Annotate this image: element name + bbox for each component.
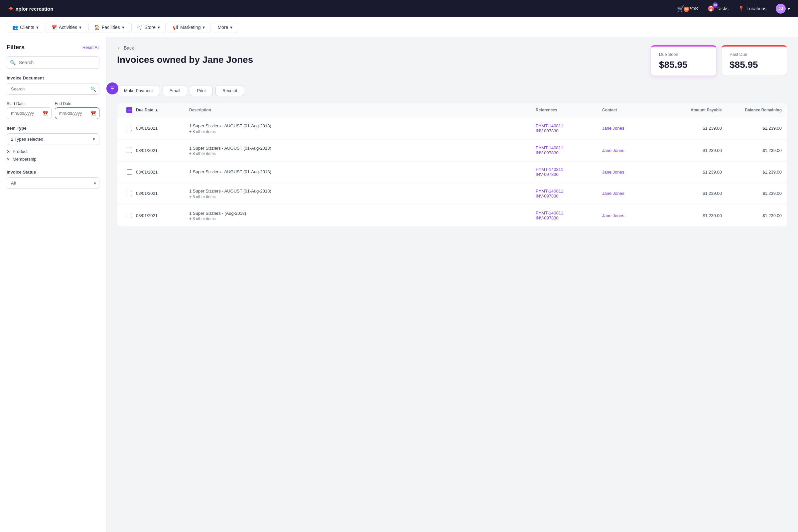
past-due-card: Past Due $85.95	[721, 45, 787, 76]
balance-remaining-header: Balance Remaining	[722, 108, 782, 112]
row4-ref2[interactable]: INV-097830	[536, 193, 602, 198]
pos-badge: 10	[684, 7, 689, 12]
row5-refs: PYMT-140811 INV-097830	[536, 210, 602, 221]
pos-nav-item[interactable]: 🛒 10 POS	[677, 5, 698, 12]
row4-checkbox-cell[interactable]	[123, 191, 136, 196]
top-navigation: ✦ xplor recreation 🛒 10 POS 🎯 10 Tasks 📍…	[0, 0, 798, 17]
more-label: More	[217, 25, 228, 30]
row4-desc: 1 Super Sizzlers - AUGUST (01-Aug-2018) …	[189, 188, 536, 199]
row3-checkbox[interactable]	[127, 169, 132, 174]
marketing-chevron: ▾	[203, 25, 205, 30]
past-due-amount: $85.95	[729, 59, 779, 70]
location-icon: 📍	[738, 6, 744, 12]
row3-checkbox-cell[interactable]	[123, 169, 136, 174]
row1-checkbox[interactable]	[127, 126, 132, 131]
filter-toggle-button[interactable]	[107, 82, 118, 94]
row1-refs: PYMT-140811 INV-097830	[536, 124, 602, 133]
row2-desc: 1 Super Sizzlers - AUGUST (01-Aug-2018) …	[189, 145, 536, 156]
locations-nav-item[interactable]: 📍 Locations	[738, 6, 766, 12]
row5-checkbox[interactable]	[127, 213, 132, 218]
end-date-input-wrap: 📅	[55, 108, 100, 119]
print-button[interactable]: Print	[190, 85, 213, 96]
select-all-cell[interactable]: −	[123, 107, 136, 113]
activities-label: Activities	[59, 25, 77, 30]
row1-contact[interactable]: Jane Jones	[602, 126, 669, 131]
sidebar-header: Filters Reset All	[7, 44, 99, 51]
row2-ref2[interactable]: INV-097830	[536, 150, 602, 155]
row1-ref2[interactable]: INV-097830	[536, 128, 602, 133]
sidebar-search-input[interactable]	[7, 56, 99, 69]
tasks-nav-item[interactable]: 🎯 10 Tasks	[707, 5, 728, 12]
facilities-nav[interactable]: 🏠 Facilities ▾	[89, 22, 130, 33]
row4-ref1[interactable]: PYMT-140811	[536, 189, 602, 193]
table-row: 03/01/2021 1 Super Sizzlers - AUGUST (01…	[117, 117, 787, 140]
row1-date: 03/01/2021	[136, 126, 189, 131]
product-chip-label: Product	[13, 149, 27, 154]
end-date-wrap: End Date 📅	[55, 101, 100, 119]
table-row: 03/01/2021 1 Super Sizzlers - AUGUST (01…	[117, 140, 787, 162]
row2-checkbox[interactable]	[127, 148, 132, 153]
clients-chevron: ▾	[36, 25, 39, 30]
description-header: Description	[189, 108, 536, 112]
start-date-calendar-icon: 📅	[42, 111, 48, 116]
tasks-icon: 🎯 10	[707, 5, 715, 12]
main-layout: Filters Reset All 🔍 Invoice Document 🔍 S…	[0, 37, 798, 532]
email-button[interactable]: Email	[163, 85, 188, 96]
table-row: 03/01/2021 1 Super Sizzlers - (Aug-2018)…	[117, 205, 787, 227]
more-nav[interactable]: More ▾	[212, 22, 238, 33]
product-remove-icon[interactable]: ✕	[7, 149, 10, 154]
date-row: Start Date 📅 End Date 📅	[7, 101, 99, 119]
facilities-label: Facilities	[102, 25, 120, 30]
row3-contact[interactable]: Jane Jones	[602, 170, 669, 174]
activities-icon: 📅	[51, 25, 57, 30]
select-all-checkbox[interactable]: −	[126, 107, 132, 113]
invoice-document-input[interactable]	[7, 83, 99, 95]
table-row: 03/01/2021 1 Super Sizzlers - AUGUST (01…	[117, 162, 787, 183]
filters-title: Filters	[7, 44, 25, 51]
row4-amount: $1,239.00	[669, 191, 722, 196]
row2-ref1[interactable]: PYMT-140811	[536, 145, 602, 150]
item-type-dropdown[interactable]: 2 Types selected ▾	[7, 133, 99, 145]
row2-contact[interactable]: Jane Jones	[602, 148, 669, 153]
row5-date: 03/01/2021	[136, 213, 189, 218]
row4-contact[interactable]: Jane Jones	[602, 191, 669, 196]
clients-nav[interactable]: 👥 Clients ▾	[7, 22, 44, 33]
facilities-chevron: ▾	[122, 25, 125, 30]
filters-sidebar: Filters Reset All 🔍 Invoice Document 🔍 S…	[0, 37, 107, 532]
row2-refs: PYMT-140811 INV-097830	[536, 145, 602, 155]
row3-ref1[interactable]: PYMT-140811	[536, 167, 602, 172]
row4-refs: PYMT-140811 INV-097830	[536, 189, 602, 198]
item-type-label: Item Type	[7, 126, 99, 131]
row3-ref2[interactable]: INV-097830	[536, 172, 602, 177]
main-content: ← Back Invoices owned by Jane Jones Due …	[107, 37, 798, 532]
store-nav[interactable]: 🛒 Store ▾	[131, 22, 166, 33]
user-avatar-nav[interactable]: JJ ▾	[776, 4, 790, 14]
reset-all-link[interactable]: Reset All	[82, 45, 99, 50]
row5-ref2[interactable]: INV-097830	[536, 215, 602, 221]
row1-ref1[interactable]: PYMT-140811	[536, 124, 602, 128]
row1-checkbox-cell[interactable]	[123, 126, 136, 131]
avatar: JJ	[776, 4, 786, 14]
activities-nav[interactable]: 📅 Activities ▾	[45, 22, 87, 33]
row5-amount: $1,239.00	[669, 213, 722, 218]
row5-checkbox-cell[interactable]	[123, 213, 136, 218]
make-payment-button[interactable]: Make Payment	[117, 85, 160, 96]
due-date-header[interactable]: Due Date ▲	[136, 108, 189, 112]
due-soon-amount: $85.95	[659, 59, 708, 70]
invoice-status-select-wrap: All Paid Unpaid ▾	[7, 177, 99, 189]
row2-checkbox-cell[interactable]	[123, 148, 136, 153]
action-buttons: Make Payment Email Print Receipt	[117, 85, 787, 96]
membership-remove-icon[interactable]: ✕	[7, 157, 10, 162]
end-date-label: End Date	[55, 101, 100, 106]
store-chevron: ▾	[158, 25, 160, 30]
marketing-nav[interactable]: 📢 Marketing ▾	[167, 22, 210, 33]
receipt-button[interactable]: Receipt	[215, 85, 244, 96]
invoice-status-select[interactable]: All Paid Unpaid	[7, 177, 99, 189]
app-logo[interactable]: ✦ xplor recreation	[8, 5, 53, 13]
table-header: − Due Date ▲ Description References Cont…	[117, 103, 787, 117]
end-date-calendar-icon: 📅	[91, 111, 96, 116]
due-soon-card: Due Soon $85.95	[650, 45, 717, 76]
row4-checkbox[interactable]	[127, 191, 132, 196]
row5-ref1[interactable]: PYMT-140811	[536, 210, 602, 215]
row5-contact[interactable]: Jane Jones	[602, 213, 669, 218]
